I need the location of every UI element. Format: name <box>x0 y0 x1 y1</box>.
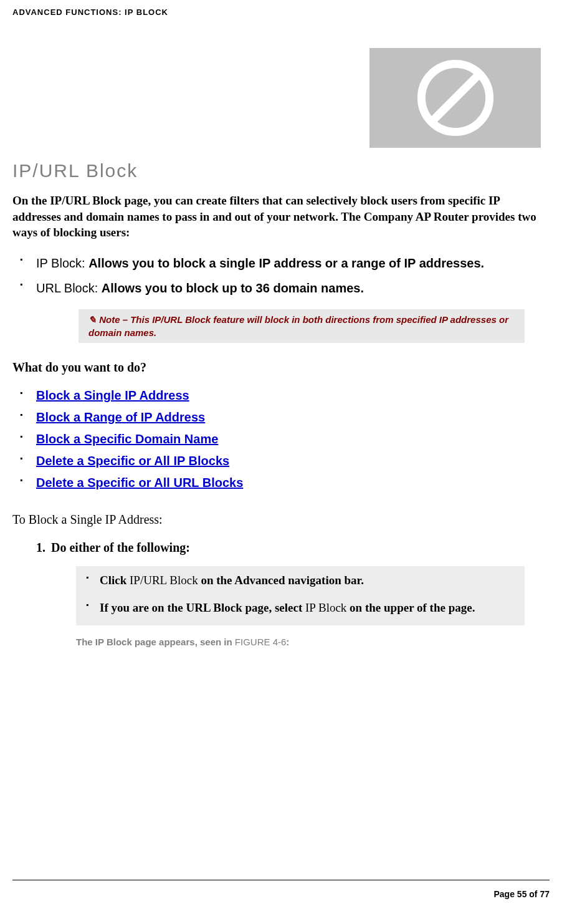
list-item: Block a Specific Domain Name <box>19 432 550 446</box>
step-1: 1. Do either of the following: <box>36 541 550 555</box>
bullet-text: Allows you to block a single IP address … <box>88 256 484 270</box>
caption-text: The IP Block page appears, seen in <box>76 637 235 647</box>
step-number: 1. <box>36 541 45 555</box>
link-delete-ip-blocks[interactable]: Delete a Specific or All IP Blocks <box>36 454 229 468</box>
section-heading: To Block a Single IP Address: <box>12 513 550 527</box>
substep-text-plain: IP/URL Block <box>130 574 198 587</box>
bullet-label: URL Block: <box>36 281 102 295</box>
action-links: Block a Single IP Address Block a Range … <box>12 388 550 490</box>
prohibit-image-placeholder <box>369 48 541 148</box>
substep-select: If you are on the URL Block page, select… <box>85 600 516 616</box>
list-item: Block a Range of IP Address <box>19 410 550 425</box>
list-item: Block a Single IP Address <box>19 388 550 403</box>
note-box: ✎ Note – This IP/URL Block feature will … <box>79 309 525 343</box>
substeps-box: Click IP/URL Block on the Advanced navig… <box>76 566 525 625</box>
substep-text-bold: on the upper of the page. <box>346 601 475 614</box>
footer: Page 55 of 77 <box>12 880 550 899</box>
question-heading: What do you want to do? <box>12 360 550 375</box>
link-block-domain[interactable]: Block a Specific Domain Name <box>36 432 218 446</box>
footer-divider <box>12 880 550 880</box>
substep-text-bold: Click <box>100 574 130 587</box>
caption-text: : <box>286 637 289 647</box>
substep-text-plain: IP Block <box>305 601 346 614</box>
bullet-ip-block: IP Block: Allows you to block a single I… <box>19 254 550 272</box>
substep-text-bold: If you are on the URL Block page, select <box>100 601 305 614</box>
page-number: Page 55 of 77 <box>12 889 550 899</box>
prohibit-icon <box>415 57 496 138</box>
step-text: Do either of the following: <box>51 541 190 554</box>
list-item: Delete a Specific or All IP Blocks <box>19 454 550 468</box>
note-label: Note <box>99 314 120 325</box>
list-item: Delete a Specific or All URL Blocks <box>19 476 550 490</box>
intro-paragraph: On the IP/URL Block page, you can create… <box>12 193 550 241</box>
page-title: IP/URL Block <box>12 160 550 181</box>
link-block-range-ip[interactable]: Block a Range of IP Address <box>36 410 205 424</box>
steps-list: 1. Do either of the following: <box>12 541 550 555</box>
substep-click: Click IP/URL Block on the Advanced navig… <box>85 572 516 589</box>
bullet-text: Allows you to block up to 36 domain name… <box>102 281 364 295</box>
substep-text-bold: on the Advanced navigation bar. <box>198 574 364 587</box>
note-text: – This IP/URL Block feature will block i… <box>88 314 508 338</box>
figure-caption: The IP Block page appears, seen in FIGUR… <box>76 637 550 647</box>
link-block-single-ip[interactable]: Block a Single IP Address <box>36 388 189 402</box>
bullet-url-block: URL Block: Allows you to block up to 36 … <box>19 279 550 297</box>
svg-line-1 <box>432 75 478 121</box>
figure-reference: FIGURE 4-6 <box>235 637 287 647</box>
breadcrumb: ADVANCED FUNCTIONS: IP BLOCK <box>12 7 550 17</box>
bullet-label: IP Block: <box>36 256 88 270</box>
link-delete-url-blocks[interactable]: Delete a Specific or All URL Blocks <box>36 476 243 489</box>
feature-bullets: IP Block: Allows you to block a single I… <box>12 254 550 297</box>
